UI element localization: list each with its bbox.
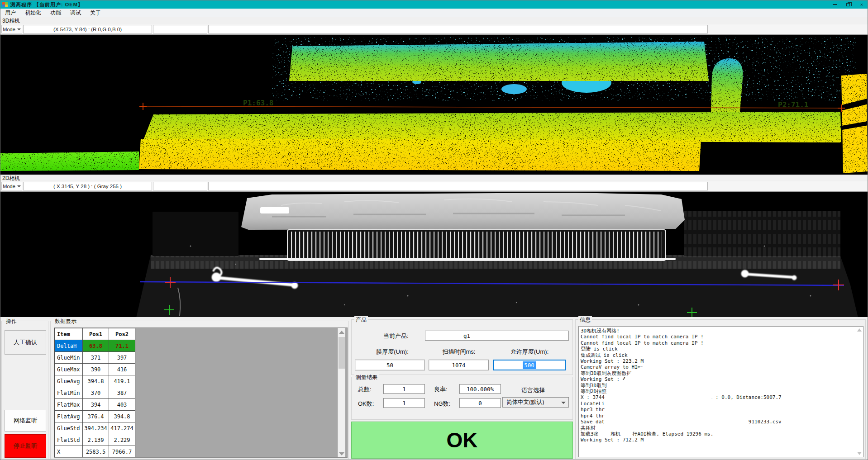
current-product-field[interactable]: g1 [425, 331, 569, 341]
table-row[interactable]: X 2583.5 7966.7 [55, 446, 135, 458]
log-line: 加载3张 相机 行AOI检查, Elapsed 19296 ms. [581, 431, 854, 437]
chevron-down-icon [17, 185, 21, 187]
heightmap-3d: P1:63.8 P2:71.1 [0, 35, 868, 175]
close-button[interactable]: × [855, 0, 868, 9]
window-title: 测高程序 【当前用户: OEM】 [10, 1, 83, 8]
log-line: CameraV array to HImage time : 3 ms [581, 364, 854, 370]
info-title: 信息 [578, 316, 592, 324]
log-line: Cannot find local IP to match camera IP … [581, 334, 854, 340]
language-select[interactable]: 简体中文(默认) [502, 397, 569, 408]
status-box-2d-3 [208, 182, 708, 190]
ok-count-label: OK数: [358, 400, 374, 408]
log-textbox[interactable]: 3D相机没有网络!Cannot find local IP to match c… [578, 326, 863, 457]
table-row[interactable]: GlueAvg 394.8 419.1 [55, 375, 135, 387]
table-row[interactable]: FlatAvg 376.4 394.8 [55, 411, 135, 422]
log-line: Working Set : 421.0 M [581, 376, 854, 382]
operations-title: 操作 [5, 318, 18, 325]
table-row[interactable]: GlueStd 394.234 417.274 [55, 422, 135, 434]
data-display-group: 数据显示 Item Pos1 Pos2 DeltaH [50, 321, 349, 459]
table-row[interactable]: GlueMin 371 397 [55, 352, 135, 364]
scroll-up-icon[interactable] [339, 331, 344, 334]
yield-field[interactable]: 100.000% [459, 384, 501, 394]
scan-time-label: 扫描时间ms: [429, 348, 488, 356]
app-window: 测高程序 【当前用户: OEM】 × 用户 初始化 功能 调试 关于 3D相机 … [0, 0, 868, 460]
pixel-status-3d: (X 5473, Y 84) : (R 0,G 0,B 0) [23, 25, 152, 33]
mode-dropdown-2d[interactable]: Mode [1, 182, 22, 190]
scan-time-field[interactable]: 1074 [429, 360, 489, 370]
manual-confirm-button[interactable]: 人工确认 [5, 330, 46, 355]
yield-label: 良率: [434, 385, 448, 394]
language-label: 语言选择 [521, 386, 545, 394]
col-item: Item [55, 328, 83, 340]
log-line: 集成调试 is click [581, 352, 854, 358]
film-thickness-label: 膜厚度(Um): [361, 348, 424, 356]
menu-user[interactable]: 用户 [0, 9, 20, 17]
info-group: 信息 3D相机没有网络!Cannot find local IP to matc… [575, 319, 866, 459]
menu-function[interactable]: 功能 [46, 9, 66, 17]
p2-measure-label: P2:71.1 [778, 100, 808, 109]
ng-count-field[interactable]: 0 [459, 398, 501, 408]
log-line: 登陆 is click [581, 346, 854, 352]
scroll-up-icon[interactable] [857, 328, 862, 332]
current-product-label: 当前产品: [383, 332, 424, 340]
bottom-panel: 操作 人工确认 网络监听 停止监听 数据显示 Item Pos1 Pos2 [0, 317, 868, 460]
table-row[interactable]: GlueMax 390 416 [55, 364, 135, 375]
selected-text: 500 [523, 361, 536, 369]
results-group: 测量结果 总数: 1 良率: 100.000% 语言选择 OK数: 1 NG数:… [351, 377, 573, 420]
image-viewer-3d[interactable]: P1:63.8 P2:71.1 [0, 34, 868, 175]
camera-3d-toolbar: Mode (X 5473, Y 84) : (R 0,G 0,B 0) [0, 24, 868, 34]
log-line: 等到3D取到灰度图数据。 [581, 370, 854, 376]
table-row[interactable]: FlatMax 394 403 [55, 399, 135, 411]
minimize-button[interactable] [828, 0, 841, 9]
log-line: 共耗时 [581, 425, 854, 431]
pixel-status-2d: ( X 3145, Y 28 ) : ( Gray 255 ) [23, 182, 152, 190]
table-row[interactable]: FlatStd 2.139 2.229 [55, 434, 135, 446]
table-row[interactable]: DeltaH 63.8 71.1 [55, 340, 135, 352]
image-viewer-2d[interactable] [0, 191, 868, 317]
film-thickness-field[interactable]: 50 [355, 360, 425, 370]
allowed-thickness-field[interactable]: 500 [493, 360, 566, 370]
mode-dropdown-3d[interactable]: Mode [1, 25, 22, 33]
restore-button[interactable] [841, 0, 855, 9]
product-title: 产品 [354, 316, 368, 324]
stop-listen-button[interactable]: 停止监听 [5, 434, 46, 458]
chevron-down-icon [561, 402, 566, 404]
status-box-3d-2 [153, 25, 207, 33]
camera-2d-label: 2D相机 [0, 175, 868, 182]
menu-debug[interactable]: 调试 [66, 9, 86, 17]
data-display-title: 数据显示 [53, 318, 78, 325]
allowed-thickness-label: 允许厚度(Um): [496, 348, 563, 356]
minimize-icon [833, 4, 837, 5]
results-title: 测量结果 [354, 374, 379, 381]
p1-measure-label: P1:63.8 [243, 99, 273, 107]
chevron-down-icon [17, 28, 21, 30]
operations-group: 操作 人工确认 网络监听 停止监听 [1, 321, 48, 459]
table-row[interactable]: FlatMin 370 387 [55, 387, 135, 399]
total-label: 总数: [358, 385, 372, 394]
table-scrollbar[interactable] [338, 328, 345, 458]
scroll-thumb[interactable] [339, 337, 345, 369]
scroll-down-icon[interactable] [339, 452, 344, 455]
status-box-2d-2 [153, 182, 207, 190]
app-icon [2, 2, 8, 7]
menu-bar: 用户 初始化 功能 调试 关于 [0, 9, 868, 17]
camera-3d-label: 3D相机 [0, 17, 868, 24]
table-header-row: Item Pos1 Pos2 [55, 328, 135, 340]
network-listen-button[interactable]: 网络监听 [5, 410, 46, 432]
total-field[interactable]: 1 [383, 384, 425, 394]
menu-about[interactable]: 关于 [86, 9, 105, 17]
ng-count-label: NG数: [434, 400, 450, 408]
menu-init[interactable]: 初始化 [20, 9, 46, 17]
data-grid[interactable]: Item Pos1 Pos2 DeltaH 63.8 71.1 [54, 327, 348, 458]
log-line: Cannot find local IP to match camera IP … [581, 340, 854, 346]
title-bar: 测高程序 【当前用户: OEM】 × [0, 0, 868, 9]
scroll-down-icon[interactable] [857, 452, 862, 455]
result-status-badge: OK [351, 422, 573, 459]
ok-count-field[interactable]: 1 [383, 398, 425, 408]
camera-2d-toolbar: Mode ( X 3145, Y 28 ) : ( Gray 255 ) [0, 181, 868, 191]
col-pos1: Pos1 [83, 328, 109, 340]
col-pos2: Pos2 [109, 328, 135, 340]
log-line: Working Set : 712.2 M [581, 437, 854, 443]
log-line: Working Set : 223.2 M [581, 358, 854, 364]
product-group: 产品 当前产品: g1 膜厚度(Um): 扫描时间ms: 允许厚度(Um): 5… [351, 319, 573, 375]
